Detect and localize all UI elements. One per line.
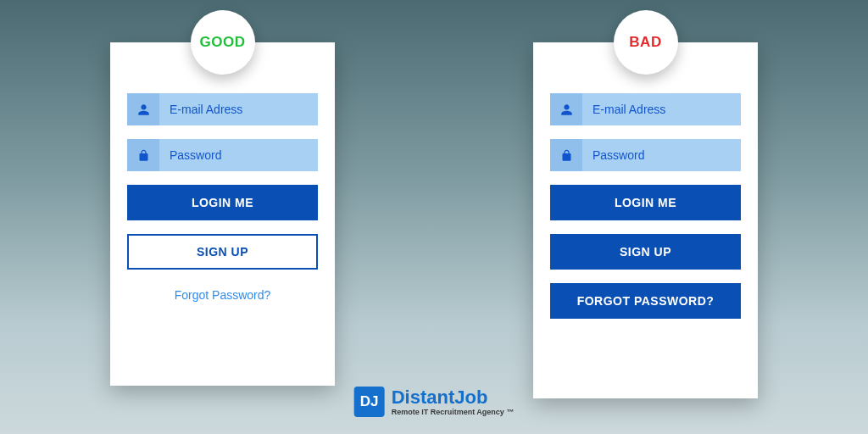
good-example-card: GOOD E-mail Adress Password LOGIN ME SIG… bbox=[110, 42, 335, 386]
login-button[interactable]: LOGIN ME bbox=[550, 185, 741, 220]
user-icon bbox=[550, 93, 582, 125]
password-field[interactable]: Password bbox=[550, 139, 741, 171]
badge-wrap: BAD bbox=[614, 10, 678, 75]
brand-name: DistantJob bbox=[392, 388, 515, 407]
signup-button[interactable]: SIGN UP bbox=[127, 234, 318, 270]
password-field[interactable]: Password bbox=[127, 139, 318, 171]
good-badge: GOOD bbox=[191, 10, 255, 75]
brand-footer: DJ DistantJob Remote IT Recruitment Agen… bbox=[354, 387, 515, 417]
comparison-container: GOOD E-mail Adress Password LOGIN ME SIG… bbox=[0, 0, 868, 434]
bad-badge: BAD bbox=[614, 10, 678, 75]
login-button[interactable]: LOGIN ME bbox=[127, 185, 318, 220]
password-placeholder: Password bbox=[582, 148, 644, 162]
email-placeholder: E-mail Adress bbox=[159, 103, 242, 116]
user-icon bbox=[127, 93, 159, 125]
brand-tagline: Remote IT Recruitment Agency ™ bbox=[392, 409, 515, 416]
forgot-password-button[interactable]: FORGOT PASSWORD? bbox=[550, 283, 741, 319]
password-placeholder: Password bbox=[159, 148, 221, 162]
signup-button[interactable]: SIGN UP bbox=[550, 234, 741, 270]
brand-logo: DJ bbox=[354, 387, 385, 417]
email-field[interactable]: E-mail Adress bbox=[127, 93, 318, 125]
lock-icon bbox=[127, 139, 159, 171]
brand-text: DistantJob Remote IT Recruitment Agency … bbox=[392, 388, 515, 416]
lock-icon bbox=[550, 139, 582, 171]
email-placeholder: E-mail Adress bbox=[582, 103, 665, 116]
badge-wrap: GOOD bbox=[191, 10, 255, 75]
forgot-password-link[interactable]: Forgot Password? bbox=[127, 288, 318, 302]
bad-example-card: BAD E-mail Adress Password LOGIN ME SIGN… bbox=[533, 42, 758, 398]
email-field[interactable]: E-mail Adress bbox=[550, 93, 741, 125]
